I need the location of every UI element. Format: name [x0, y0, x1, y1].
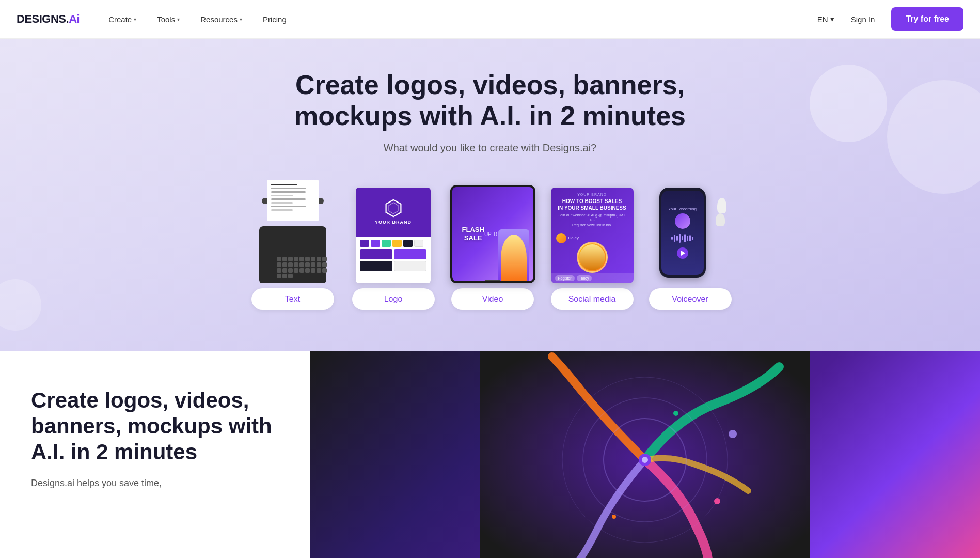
lang-chevron-icon: ▾ [830, 14, 834, 24]
bg-circle-2 [887, 80, 980, 194]
lower-image-block [310, 351, 980, 558]
hero-subtitle: What would you like to create with Desig… [21, 142, 959, 154]
lower-description: Designs.ai helps you save time, [31, 476, 279, 491]
svg-point-8 [714, 498, 720, 504]
voiceover-label-button[interactable]: Voiceover [649, 288, 732, 310]
sign-in-button[interactable]: Sign In [843, 11, 883, 28]
logo[interactable]: DESIGNS. Ai [17, 12, 80, 26]
cards-row: Text YOUR BRAND [21, 180, 959, 310]
video-card-image: FLASHSALE UP TO 30% OFF [450, 180, 535, 283]
social-media-illustration: YOUR BRAND HOW TO BOOST SALESIN YOUR SMA… [551, 188, 634, 283]
logo-designs: DESIGNS. [17, 12, 69, 26]
card-text[interactable]: Text [249, 180, 337, 310]
tools-chevron-icon: ▾ [177, 17, 180, 22]
nav-pricing[interactable]: Pricing [255, 11, 295, 28]
svg-point-9 [673, 411, 678, 416]
card-logo[interactable]: YOUR BRAND [352, 180, 435, 310]
nav-links: Create ▾ Tools ▾ Resources ▾ Pricing [100, 11, 817, 28]
svg-point-11 [729, 430, 737, 438]
logo-label-button[interactable]: Logo [352, 288, 435, 310]
hero-title: Create logos, videos, banners, mockups w… [268, 70, 712, 132]
logo-ai: Ai [69, 12, 80, 26]
typewriter-illustration [249, 195, 337, 283]
bg-circle-1 [810, 65, 887, 142]
tablet-illustration: FLASHSALE UP TO 30% OFF [450, 185, 535, 283]
card-social[interactable]: YOUR BRAND HOW TO BOOST SALESIN YOUR SMA… [551, 180, 634, 310]
lower-title: Create logos, videos, banners, mockups w… [31, 388, 279, 466]
text-label-button[interactable]: Text [251, 288, 334, 310]
social-label-button[interactable]: Social media [551, 288, 634, 310]
social-card-image: YOUR BRAND HOW TO BOOST SALESIN YOUR SMA… [551, 180, 634, 283]
nav-tools[interactable]: Tools ▾ [149, 11, 188, 28]
lower-text-block: Create logos, videos, banners, mockups w… [0, 351, 310, 558]
video-label-button[interactable]: Video [451, 288, 534, 310]
card-video[interactable]: FLASHSALE UP TO 30% OFF Video [450, 180, 535, 310]
language-selector[interactable]: EN ▾ [817, 14, 834, 24]
resources-chevron-icon: ▾ [240, 17, 242, 22]
nav-create[interactable]: Create ▾ [100, 11, 145, 28]
nav-resources[interactable]: Resources ▾ [192, 11, 250, 28]
lower-section: Create logos, videos, banners, mockups w… [0, 351, 980, 558]
svg-point-10 [612, 515, 616, 519]
nav-right: EN ▾ Sign In Try for free [817, 7, 963, 31]
text-card-image [249, 180, 337, 283]
hero-section: Create logos, videos, banners, mockups w… [0, 39, 980, 351]
swirl-illustration [310, 351, 980, 558]
voiceover-illustration: Your Recording [652, 188, 729, 283]
card-voiceover[interactable]: Your Recording [649, 180, 732, 310]
create-chevron-icon: ▾ [134, 17, 136, 22]
logo-card-image: YOUR BRAND [356, 180, 431, 283]
voiceover-card-image: Your Recording [652, 180, 729, 283]
svg-marker-1 [389, 203, 398, 214]
try-free-button[interactable]: Try for free [891, 7, 963, 31]
logo-brand-illustration: YOUR BRAND [356, 188, 431, 283]
svg-point-7 [642, 457, 648, 463]
navbar: DESIGNS. Ai Create ▾ Tools ▾ Resources ▾… [0, 0, 980, 39]
